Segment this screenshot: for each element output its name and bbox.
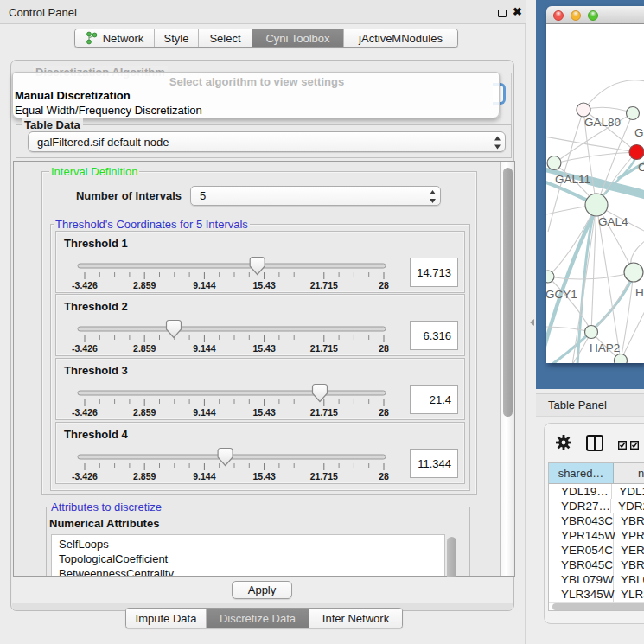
svg-text:15.43: 15.43 bbox=[252, 280, 275, 290]
svg-text:GAL80: GAL80 bbox=[584, 116, 621, 129]
svg-text:H: H bbox=[635, 286, 644, 299]
svg-text:G.: G. bbox=[634, 126, 644, 139]
svg-text:2.859: 2.859 bbox=[133, 471, 156, 481]
svg-text:21.715: 21.715 bbox=[310, 343, 338, 354]
svg-text:GCY1: GCY1 bbox=[546, 288, 577, 301]
svg-text:GAL4: GAL4 bbox=[598, 215, 628, 228]
svg-text:-3.426: -3.426 bbox=[72, 343, 98, 354]
svg-text:C: C bbox=[638, 161, 644, 174]
svg-text:15.43: 15.43 bbox=[252, 471, 275, 481]
svg-text:21.715: 21.715 bbox=[310, 471, 338, 481]
svg-text:2.859: 2.859 bbox=[133, 343, 156, 354]
svg-text:21.715: 21.715 bbox=[310, 407, 338, 418]
svg-text:9.144: 9.144 bbox=[193, 407, 215, 418]
svg-text:28: 28 bbox=[379, 407, 389, 418]
svg-text:2.859: 2.859 bbox=[133, 407, 156, 418]
svg-text:-3.426: -3.426 bbox=[72, 280, 98, 290]
svg-text:2.859: 2.859 bbox=[133, 280, 156, 290]
svg-text:9.144: 9.144 bbox=[193, 280, 215, 290]
svg-text:28: 28 bbox=[379, 471, 389, 481]
svg-text:28: 28 bbox=[379, 280, 389, 290]
svg-text:28: 28 bbox=[379, 343, 389, 354]
svg-text:GAL11: GAL11 bbox=[555, 173, 590, 186]
svg-text:-3.426: -3.426 bbox=[72, 471, 98, 481]
svg-text:15.43: 15.43 bbox=[252, 343, 275, 354]
svg-text:-3.426: -3.426 bbox=[72, 407, 98, 418]
svg-text:HAP2: HAP2 bbox=[590, 341, 620, 354]
svg-text:21.715: 21.715 bbox=[310, 280, 338, 290]
svg-text:15.43: 15.43 bbox=[252, 407, 275, 418]
svg-text:9.144: 9.144 bbox=[193, 343, 215, 354]
svg-text:9.144: 9.144 bbox=[193, 471, 215, 481]
